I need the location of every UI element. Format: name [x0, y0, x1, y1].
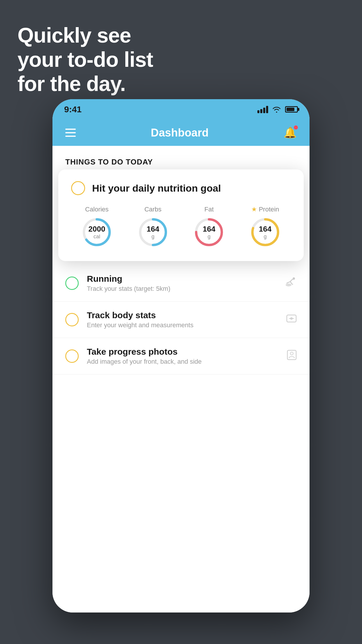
things-section: THINGS TO DO TODAY — [52, 146, 310, 167]
fat-label: Fat — [204, 206, 214, 213]
carbs-label: Carbs — [144, 206, 161, 213]
headline-line1: Quickly see — [17, 23, 153, 48]
running-text: Running Track your stats (target: 5km) — [87, 274, 277, 293]
fat-unit: g — [203, 234, 215, 240]
card-header: Hit your daily nutrition goal — [71, 181, 291, 195]
list-item-photos[interactable]: Take progress photos Add images of your … — [52, 338, 310, 374]
nutrition-items: Calories 2000 cal — [71, 206, 291, 248]
headline: Quickly see your to-do list for the day. — [17, 23, 153, 96]
photos-text: Take progress photos Add images of your … — [87, 347, 279, 365]
carbs-unit: g — [147, 234, 159, 240]
nav-bar: Dashboard 🔔 — [52, 120, 310, 146]
photos-name: Take progress photos — [87, 347, 279, 357]
nutrition-title: Hit your daily nutrition goal — [92, 183, 221, 194]
protein-unit: g — [259, 234, 271, 240]
status-icons — [257, 106, 298, 113]
notification-dot — [294, 125, 298, 130]
svg-point-8 — [286, 284, 291, 286]
headline-line2: your to-do list — [17, 48, 153, 72]
body-stats-name: Track body stats — [87, 310, 278, 320]
running-icon — [286, 277, 297, 289]
svg-point-9 — [293, 277, 295, 280]
protein-chart: 164 g — [249, 216, 281, 248]
fat-value: 164 — [203, 225, 215, 234]
todo-list: Running Track your stats (target: 5km) — [52, 265, 310, 374]
background: Quickly see your to-do list for the day.… — [0, 0, 362, 644]
calories-chart: 2000 cal — [81, 216, 113, 248]
nutrition-item-carbs: Carbs 164 g — [127, 206, 179, 248]
phone-content: THINGS TO DO TODAY Hit your daily nutrit… — [52, 146, 310, 612]
protein-value: 164 — [259, 225, 271, 234]
carbs-chart: 164 g — [137, 216, 169, 248]
nutrition-radio[interactable] — [71, 181, 85, 195]
notification-bell[interactable]: 🔔 — [284, 127, 297, 139]
body-stats-text: Track body stats Enter your weight and m… — [87, 310, 278, 329]
wifi-icon — [272, 106, 281, 113]
list-item-body-stats[interactable]: Track body stats Enter your weight and m… — [52, 302, 310, 338]
list-item-running[interactable]: Running Track your stats (target: 5km) — [52, 265, 310, 302]
menu-button[interactable] — [65, 129, 76, 137]
nutrition-item-fat: Fat 164 g — [183, 206, 235, 248]
status-bar: 9:41 — [52, 99, 310, 120]
nutrition-item-protein: ★ Protein 164 g — [240, 206, 291, 248]
headline-line3: for the day. — [17, 72, 153, 96]
nutrition-item-calories: Calories 2000 cal — [71, 206, 123, 248]
scale-icon — [286, 313, 297, 326]
calories-value: 2000 — [88, 225, 105, 234]
running-sub: Track your stats (target: 5km) — [87, 285, 277, 293]
status-time: 9:41 — [64, 104, 82, 114]
calories-label: Calories — [85, 206, 109, 213]
fat-chart: 164 g — [193, 216, 225, 248]
person-icon — [287, 350, 297, 363]
running-name: Running — [87, 274, 277, 284]
running-radio[interactable] — [65, 276, 79, 290]
nav-title: Dashboard — [151, 127, 208, 139]
phone-mockup: 9:41 Dashboard 🔔 — [52, 99, 310, 612]
battery-icon — [285, 106, 298, 113]
carbs-value: 164 — [147, 225, 159, 234]
protein-label: Protein — [259, 206, 279, 213]
things-title: THINGS TO DO TODAY — [65, 158, 297, 167]
svg-point-13 — [290, 352, 293, 355]
photos-radio[interactable] — [65, 349, 79, 363]
photos-sub: Add images of your front, back, and side — [87, 358, 279, 365]
body-stats-sub: Enter your weight and measurements — [87, 321, 278, 329]
calories-unit: cal — [88, 234, 105, 240]
signal-icon — [257, 106, 268, 113]
nutrition-card: Hit your daily nutrition goal Calories — [58, 169, 304, 261]
body-stats-radio[interactable] — [65, 313, 79, 326]
